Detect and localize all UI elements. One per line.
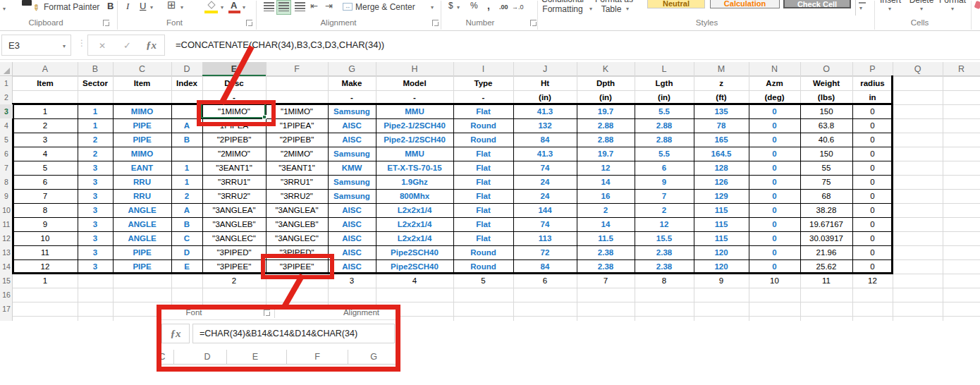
cell-D12[interactable]: C [172,233,202,245]
cell-B10[interactable]: 3 [78,204,112,216]
cell-M10[interactable]: 115 [694,204,748,216]
cell-G8[interactable]: Samsung [329,176,375,188]
cell-E8[interactable]: "3RRU1" [203,176,265,188]
cell-G9[interactable]: Samsung [329,190,375,202]
cell-K4[interactable]: 2.88 [577,120,634,132]
cell-A14[interactable]: 12 [13,261,77,273]
cell-D8[interactable]: 1 [172,176,202,188]
cell-N9[interactable]: 0 [749,190,800,202]
cell-L14[interactable]: 2.38 [635,261,693,273]
cell-A5[interactable]: 3 [13,134,77,146]
cell-N7[interactable]: 0 [749,162,800,174]
row-header-6[interactable]: 6 [0,147,13,161]
cell-P11[interactable]: 0 [853,219,892,231]
cell-B1[interactable]: Sector [78,78,112,90]
cell-H6[interactable]: MMU [376,148,453,160]
cell-E11[interactable]: "3ANGLEB" [203,219,265,231]
cell-B14[interactable]: 3 [78,261,112,273]
cell-L7[interactable]: 6 [635,162,693,174]
cell-I1[interactable]: Type [454,78,513,90]
cell-F11[interactable]: "3ANGLEB" [267,219,327,231]
cell-P1[interactable]: radius [853,78,892,90]
cell-M2[interactable]: (ft) [694,92,748,104]
row-header-1[interactable]: 1 [0,76,13,90]
cell-G12[interactable]: AISC [329,233,375,245]
cell-A10[interactable]: 8 [13,204,77,216]
cell-K5[interactable]: 2.88 [577,134,634,146]
cell-M3[interactable]: 135 [694,106,748,118]
cell-E7[interactable]: "3EANT1" [203,162,265,174]
cell-K7[interactable]: 12 [577,162,634,174]
cell-I3[interactable]: Flat [454,106,513,118]
cell-M11[interactable]: 115 [694,219,748,231]
cell-J8[interactable]: 24 [514,176,576,188]
cell-K1[interactable]: Dpth [577,78,634,90]
row-header-12[interactable]: 12 [0,231,13,245]
cell-D11[interactable]: B [172,219,202,231]
column-header-O[interactable]: O [800,62,852,76]
column-header-P[interactable]: P [852,62,893,76]
cell-D7[interactable]: 1 [172,162,202,174]
cell-H12[interactable]: L2x2x1/4 [376,233,453,245]
cell-M14[interactable]: 120 [694,261,748,273]
cell-O5[interactable]: 40.6 [801,134,852,146]
cell-M5[interactable]: 165 [694,134,748,146]
inset-column-header-g[interactable]: G [363,350,384,364]
column-header-D[interactable]: D [171,62,202,76]
cell-B11[interactable]: 3 [78,219,112,231]
cell-G15[interactable]: 3 [329,275,375,287]
cell-A1[interactable]: Item [13,78,77,90]
cell-N12[interactable]: 0 [749,233,800,245]
cell-B7[interactable]: 3 [78,162,112,174]
cell-C14[interactable]: PIPE [114,261,171,273]
cell-K6[interactable]: 19.7 [577,148,634,160]
cell-O9[interactable]: 68 [801,190,852,202]
cell-K12[interactable]: 11.5 [577,233,634,245]
cell-N13[interactable]: 0 [749,247,800,259]
cell-I12[interactable]: Flat [454,233,513,245]
cell-J2[interactable]: (in) [514,92,576,104]
cell-P9[interactable]: 0 [853,190,892,202]
cell-B8[interactable]: 3 [78,176,112,188]
cell-N5[interactable]: 0 [749,134,800,146]
cell-M1[interactable]: z [694,78,748,90]
cell-K2[interactable]: (in) [577,92,634,104]
cell-F12[interactable]: "3ANGLEC" [267,233,327,245]
column-header-L[interactable]: L [635,62,694,76]
cell-D10[interactable]: A [172,204,202,216]
cell-E15[interactable]: 2 [203,275,265,287]
cell-F13[interactable]: "3PIPED" [267,247,327,259]
cell-F5[interactable]: "2PIPEB" [267,134,327,146]
column-header-N[interactable]: N [749,62,800,76]
cell-L5[interactable]: 2.88 [635,134,693,146]
cell-I8[interactable]: Flat [454,176,513,188]
cell-H10[interactable]: L2x2x1/4 [376,204,453,216]
cell-C13[interactable]: PIPE [114,247,171,259]
cell-L10[interactable]: 2 [635,204,693,216]
cell-G3[interactable]: Samsung [329,106,375,118]
cell-J1[interactable]: Ht [514,78,576,90]
cell-E5[interactable]: "2PIPEB" [203,134,265,146]
cell-O12[interactable]: 30.03917 [801,233,852,245]
cell-N2[interactable]: (deg) [749,92,800,104]
cell-G5[interactable]: AISC [329,134,375,146]
cell-A3[interactable]: 1 [13,106,77,118]
cell-H2[interactable]: - [376,92,453,104]
row-header-13[interactable]: 13 [0,245,13,259]
cell-L15[interactable]: 8 [635,275,693,287]
cell-G4[interactable]: AISC [329,120,375,132]
column-header-K[interactable]: K [577,62,635,76]
cell-B4[interactable]: 1 [78,120,112,132]
cell-G14[interactable]: AISC [329,261,375,273]
cell-C3[interactable]: MIMO [114,106,171,118]
row-header-9[interactable]: 9 [0,189,13,203]
cell-L11[interactable]: 12 [635,219,693,231]
cell-N15[interactable]: 10 [749,275,800,287]
inset-column-header-e[interactable]: E [245,350,266,364]
cell-P5[interactable]: 0 [853,134,892,146]
cell-C6[interactable]: MIMO [114,148,171,160]
cell-J11[interactable]: 74 [514,219,576,231]
cell-J7[interactable]: 74 [514,162,576,174]
cell-A9[interactable]: 7 [13,190,77,202]
cell-L4[interactable]: 2.88 [635,120,693,132]
